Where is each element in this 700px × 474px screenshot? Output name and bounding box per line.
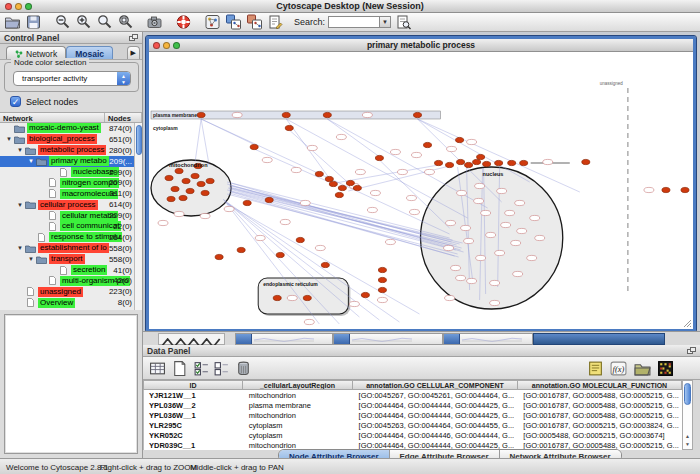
tree-scrollbar-thumb[interactable] [136,125,142,155]
network-node [543,159,553,164]
unselect-attributes-icon[interactable] [213,360,230,377]
tab-overflow-arrow[interactable]: ▶ [127,46,140,59]
network-window-titlebar[interactable]: primary metabolic process [149,39,693,52]
scroll-down-icon[interactable]: ▼ [684,441,691,448]
network-node [197,181,205,186]
table-row[interactable]: YLR295Ccytoplasm[GO:0045263, GO:0044464,… [144,420,682,430]
tree-item-cell-communicat[interactable]: cell communicat22(0) [0,221,142,232]
minimized-window[interactable] [333,333,443,345]
minimized-window[interactable] [443,333,533,345]
tree-item-cellular-metabo[interactable]: cellular metabo209(0) [0,210,142,221]
zoom-in-icon[interactable] [75,14,92,30]
control-panel-title: Control Panel [4,33,59,43]
new-view-red-icon[interactable] [246,14,263,30]
resize-grip-icon[interactable] [683,319,692,328]
new-view-blue-icon[interactable] [225,14,242,30]
network-node [467,278,477,283]
column-header-0[interactable]: ID [143,380,243,390]
tree-item-secretion[interactable]: secretion41(0) [0,265,142,276]
zoom-out-icon[interactable] [54,14,71,30]
table-row[interactable]: YPL036W__1mitochondrion[GO:0044464, GO:0… [144,410,682,420]
tree-item-multi-organism-pro[interactable]: multi-organism pro42(0) [0,275,142,286]
cell-region: plasma membrane [244,401,354,410]
scroll-up-icon[interactable]: ▲ [684,433,691,440]
column-nodes[interactable]: Nodes [105,113,142,122]
tree-item-label: mosaic-demo-yeast [27,123,101,133]
network-node [505,210,515,215]
table-scrollbar-thumb[interactable] [684,383,691,405]
folder-icon [25,244,36,253]
network-canvas[interactable]: plasma membranecytoplasmmitochondrionnuc… [149,52,693,329]
float-data-panel-icon[interactable] [687,347,696,355]
select-nodes-checkbox[interactable]: ✓ [10,96,21,107]
network-node [409,209,419,214]
float-panel-icon[interactable] [129,34,138,42]
search-options-icon[interactable] [395,14,412,30]
tree-item-mosaic-demo-yeast[interactable]: mosaic-demo-yeast874(0) [0,123,142,134]
minimized-windows-strip [143,331,700,345]
table-row[interactable]: YJR121W__1mitochondrion[GO:0045267, GO:0… [144,390,682,400]
import-attributes-icon[interactable] [634,360,651,377]
network-node [346,180,354,185]
expand-arrow-icon[interactable]: ▼ [17,202,25,208]
matrix-icon[interactable] [657,360,674,377]
network-node [535,235,545,240]
network-node [446,162,454,167]
select-attributes-icon[interactable] [193,360,210,377]
tree-item-metabolic-process[interactable]: ▼metabolic process280(0) [0,145,142,156]
network-node [338,185,346,190]
tree-item-unassigned[interactable]: unassigned223(0) [0,286,142,297]
expand-arrow-icon[interactable]: ▼ [28,256,36,262]
new-attribute-icon[interactable] [171,360,188,377]
save-icon[interactable] [25,14,42,30]
column-network[interactable]: Network [0,113,105,122]
tree-item-cellular-process[interactable]: ▼cellular process614(0) [0,199,142,210]
delete-attribute-icon[interactable] [235,360,252,377]
node-color-dropdown[interactable]: transporter activity ▲▼ [13,71,131,86]
table-row[interactable]: YKR052Ccytoplasm[GO:0044464, GO:0044446,… [144,430,682,440]
expand-arrow-icon[interactable]: ▼ [17,147,25,153]
tree-item-transport[interactable]: ▼transport558(0) [0,254,142,265]
column-header-2[interactable]: annotation.GO CELLULAR_COMPONENT [353,380,518,390]
table-scrollbar[interactable]: ▲ ▼ [682,380,693,450]
tree-item-biological-process[interactable]: ▼biological_process651(0) [0,134,142,145]
function-builder-icon[interactable]: f(x) [610,360,627,377]
network-node [495,250,505,255]
minimized-window[interactable] [235,333,333,345]
attribute-table-icon[interactable] [149,360,166,377]
column-header-1[interactable]: _cellularLayoutRegion [243,380,353,390]
notepad-icon[interactable] [587,360,604,377]
zoom-selected-icon[interactable] [96,14,113,30]
network-node [255,235,265,240]
help-icon[interactable] [175,14,192,30]
tree-item-establishment-of-lo[interactable]: ▼establishment of lo558(0) [0,243,142,254]
expand-arrow-icon[interactable]: ▼ [28,158,36,164]
tree-item-overview[interactable]: Overview8(0) [0,297,142,308]
annotation-icon[interactable] [267,14,284,30]
network-node [179,195,187,200]
file-icon [47,222,58,231]
network-node [378,287,386,292]
tree-item-nucleobase-[interactable]: nucleobase-209(0) [0,167,142,178]
minimized-window[interactable] [533,333,665,345]
network-node [315,245,325,250]
expand-arrow-icon[interactable]: ▼ [17,245,25,251]
tree-scrollbar[interactable] [134,123,142,310]
table-row[interactable]: YPL036W__2plasma membrane[GO:0044464, GO… [144,400,682,410]
open-icon[interactable] [4,14,21,30]
tree-item-primary-metabo[interactable]: ▼primary metabo209(... [0,156,142,167]
expand-arrow-icon[interactable]: ▼ [6,136,14,142]
search-dropdown-arrow[interactable]: ▼ [380,16,391,28]
column-header-3[interactable]: annotation.GO MOLECULAR_FUNCTION [518,380,682,390]
snapshot-icon[interactable] [146,14,163,30]
svg-text:nucleus: nucleus [483,171,504,177]
tree-item-macromolecule[interactable]: macromolecule311(0) [0,188,142,199]
zoom-fit-icon[interactable] [117,14,134,30]
network-overview-icon[interactable] [204,14,221,30]
birdseye-view-panel[interactable] [4,314,138,454]
tree-item-nitrogen-compo[interactable]: nitrogen compo209(0) [0,177,142,188]
minimized-window[interactable] [158,333,225,345]
search-input[interactable] [328,16,380,28]
network-node [232,112,242,117]
tree-item-response-to-stimulu[interactable]: response to stimulu264(0) [0,232,142,243]
